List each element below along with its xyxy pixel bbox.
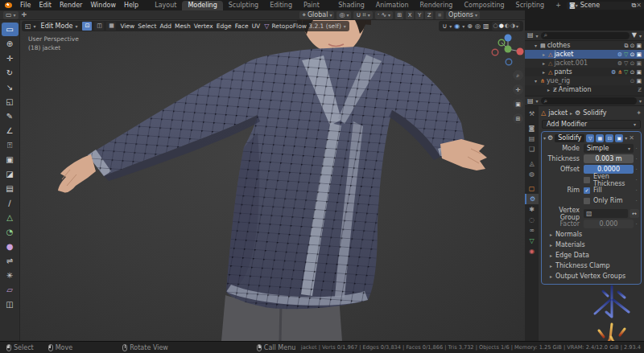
expand-icon[interactable]: ▾ xyxy=(533,43,539,48)
rim-fill-checkbox[interactable]: ✓ xyxy=(584,187,590,194)
eye-icon[interactable]: ⊙ xyxy=(630,60,635,67)
workspace-tab[interactable]: Animation xyxy=(370,1,415,10)
workspace-tab[interactable]: Texture Paint xyxy=(298,0,332,10)
toggle-edit-mode[interactable]: ▦ xyxy=(596,134,604,142)
tool-bevel[interactable]: ◪ xyxy=(2,167,19,181)
pivot-point-dropdown[interactable]: ◎ ▾ xyxy=(336,11,351,19)
snap-grid-icon[interactable]: ⌗ xyxy=(436,11,444,19)
tool-move[interactable]: ✛ xyxy=(2,51,19,65)
animate-dot[interactable]: · xyxy=(634,198,639,204)
menu-item[interactable]: Help xyxy=(120,2,142,9)
scene-character-mesh[interactable] xyxy=(20,20,525,341)
viewport-menu-item[interactable]: Add xyxy=(158,23,173,30)
show-gizmo-icon[interactable]: ⊕ xyxy=(467,23,473,30)
pan-view-button[interactable]: ✛ xyxy=(513,84,523,95)
gizmo-neg-x-axis[interactable] xyxy=(492,49,498,55)
workspace-tab[interactable]: UV Editing xyxy=(264,0,298,10)
proportional-editing-dropdown[interactable]: · ∿ ▾ xyxy=(375,11,393,19)
eye-icon[interactable]: ⊙ xyxy=(630,78,635,84)
zoom-view-button[interactable]: ⌕ xyxy=(513,70,523,80)
animate-dot[interactable]: · xyxy=(634,177,639,183)
toggle-realtime[interactable]: ⊡ xyxy=(605,134,613,142)
modifier-icon[interactable]: ⚙ xyxy=(617,60,622,67)
workspace-tab[interactable]: Layout xyxy=(149,1,182,10)
tab-constraints[interactable]: ∞ xyxy=(525,225,539,236)
modifier-subsection[interactable]: ▸ Edge Data xyxy=(543,250,639,261)
menu-item[interactable]: File xyxy=(16,2,35,9)
camera-visibility-icon[interactable]: ▣ xyxy=(636,69,642,76)
tool-shrink-fatten[interactable]: ✳ xyxy=(2,269,19,282)
workspace-tab[interactable]: + xyxy=(550,1,567,10)
tool-inset-faces[interactable]: ▣ xyxy=(2,153,19,166)
breadcrumb-modifier[interactable]: Solidify xyxy=(583,109,606,117)
tool-edge-slide[interactable]: ⇌ xyxy=(2,254,19,268)
mesh-data-icon[interactable]: ▽ xyxy=(624,51,628,58)
outliner-row-animation[interactable]: ▸ Ƶ Animation Ƶ xyxy=(525,85,644,94)
snap-magnet-icon[interactable]: ∪ xyxy=(442,23,447,30)
tool-knife[interactable]: ∕ xyxy=(2,196,19,210)
outliner-row-clothes[interactable]: ▾ ▤ clothes ⧉ ⊙ ▣ xyxy=(525,41,644,50)
modifier-icon[interactable]: ⚙ xyxy=(617,51,622,58)
expand-icon[interactable]: ▸ xyxy=(541,69,547,75)
factor-field[interactable]: 0.000 xyxy=(584,220,634,228)
tool-cursor[interactable]: ⊕ xyxy=(2,37,19,51)
tool-extrude[interactable]: ⍐ xyxy=(2,138,19,152)
cursor-snap-icon[interactable]: ✛ xyxy=(22,12,27,18)
animate-dot[interactable]: · xyxy=(634,187,639,194)
gizmo-center[interactable] xyxy=(505,46,512,53)
eye-icon[interactable]: ⊙ xyxy=(630,43,635,49)
animate-dot[interactable]: · xyxy=(634,146,639,152)
mesh-data-icon[interactable]: ▽ xyxy=(624,69,628,76)
collapse-icon[interactable]: ▾ xyxy=(543,135,546,141)
workspace-tab[interactable]: Compositing xyxy=(458,1,510,10)
expand-icon[interactable]: ▾ xyxy=(533,78,539,84)
tab-world[interactable]: ◍ xyxy=(525,169,539,179)
outliner-search-input[interactable]: ⌕ xyxy=(541,32,630,39)
mirror-axis-toggle[interactable]: X xyxy=(406,11,414,19)
tab-render[interactable]: ◙ xyxy=(525,123,539,133)
gizmo-neg-z-axis[interactable] xyxy=(506,59,512,65)
viewport-3d[interactable]: ◱ ▾ Edit Mode ▾ ⊡ ◫ ▦ ViewSelectAddMeshV… xyxy=(20,20,525,341)
scene-selector[interactable]: ◙ ▾ Scene ⧉ ✕ xyxy=(567,2,644,10)
snap-dropdown[interactable]: ∪ ⌗ ▾ xyxy=(353,11,372,19)
modifier-name-field[interactable]: Solidify xyxy=(555,134,584,142)
outliner-row-jacket[interactable]: ▸ △ jacket ⚙ ▽ ⊙ ▣ xyxy=(525,50,644,59)
edge-select-button[interactable]: ◫ xyxy=(94,22,104,31)
tab-physics[interactable]: ◌ xyxy=(525,215,539,225)
face-select-button[interactable]: ▦ xyxy=(106,22,116,31)
armature-modifier-icon[interactable]: ⋔ xyxy=(617,69,622,76)
tab-output[interactable]: ▤ xyxy=(525,133,539,144)
even-thickness-checkbox[interactable] xyxy=(584,177,590,183)
workspace-tab[interactable]: Modeling xyxy=(182,1,222,10)
show-overlays-icon[interactable]: ◎ xyxy=(475,23,481,30)
workspace-tab[interactable]: Sculpting xyxy=(223,1,264,10)
toggle-render[interactable]: ▣ xyxy=(615,134,623,142)
tool-annotate[interactable]: ✎ xyxy=(2,109,19,123)
camera-view-button[interactable]: ▣ xyxy=(513,99,523,109)
viewport-menu-item[interactable]: Select xyxy=(136,23,158,30)
vertex-group-field[interactable]: ▧ xyxy=(584,209,628,218)
outliner-row-pants[interactable]: ▸ △ pants ⚙ ⋔ ▽ ⊙ ▣ xyxy=(525,68,644,76)
shading-wireframe-button[interactable]: ○ xyxy=(493,23,498,29)
camera-visibility-icon[interactable]: ▣ xyxy=(636,60,642,67)
editor-type-icon[interactable]: ◱ xyxy=(25,23,31,30)
options-dropdown[interactable]: Options ▾ xyxy=(446,11,480,19)
eye-icon[interactable]: ⊙ xyxy=(630,51,635,58)
vertex-select-button[interactable]: ⊡ xyxy=(82,22,92,31)
delete-modifier-icon[interactable]: ✕ xyxy=(629,135,634,142)
tab-tool[interactable]: ⚒ xyxy=(525,109,539,119)
modifier-subsection[interactable]: ▸ Materials xyxy=(543,240,639,250)
tool-rip-region[interactable]: ◫ xyxy=(2,298,19,311)
viewport-menu-item[interactable]: Vertex xyxy=(192,23,215,30)
menu-item[interactable]: Edit xyxy=(35,2,56,9)
properties-editor-icon[interactable]: ▤ xyxy=(527,98,534,105)
animate-dot[interactable]: · xyxy=(634,156,639,162)
mesh-data-icon[interactable]: ▽ xyxy=(624,60,628,67)
tab-material[interactable]: ◉ xyxy=(525,246,539,257)
tab-modifiers[interactable]: ⚙ xyxy=(525,194,539,204)
blender-logo-icon[interactable] xyxy=(5,2,12,8)
mode-dropdown[interactable]: Simple ▾ xyxy=(584,144,634,153)
viewport-menu-item[interactable]: Edge xyxy=(215,23,233,30)
unlink-scene-icon[interactable]: ✕ xyxy=(636,2,642,9)
xray-toggle-icon[interactable]: ▥ xyxy=(483,23,489,30)
